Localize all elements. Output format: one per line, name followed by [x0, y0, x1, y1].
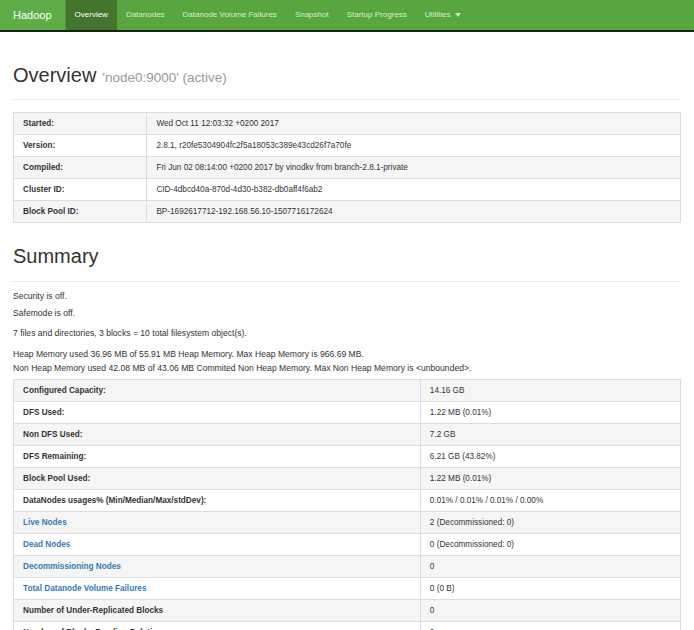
divider: [13, 281, 681, 282]
divider: [13, 99, 681, 100]
row-value: 7.2 GB: [420, 424, 680, 446]
row-value: 1.22 MB (0.01%): [420, 468, 680, 490]
row-label: Block Pool ID:: [14, 201, 147, 223]
chevron-down-icon: [455, 13, 461, 17]
summary-heading: Summary: [13, 245, 681, 267]
row-label: Block Pool Used:: [14, 468, 421, 490]
row-label: Version:: [14, 135, 147, 157]
row-label: Number of Blocks Pending Deletion: [14, 622, 421, 630]
nav-item-snapshot[interactable]: Snapshot: [286, 0, 338, 30]
row-value: 6.21 GB (43.82%): [420, 446, 680, 468]
decommissioning-nodes-link[interactable]: Decommissioning Nodes: [23, 562, 121, 571]
row-value: 0 (0 B): [420, 578, 680, 600]
dead-nodes-link[interactable]: Dead Nodes: [23, 540, 70, 549]
row-label: Started:: [14, 113, 147, 135]
table-row: Non DFS Used:7.2 GB: [14, 424, 681, 446]
navbar-brand[interactable]: Hadoop: [0, 0, 66, 30]
navbar-menu: Overview Datanodes Datanode Volume Failu…: [66, 0, 470, 30]
row-label: Configured Capacity:: [14, 380, 421, 402]
overview-heading: Overview'node0:9000' (active): [13, 64, 681, 89]
security-status: Security is off.: [13, 290, 681, 302]
table-row: Number of Blocks Pending Deletion0: [14, 622, 681, 630]
row-value: 1.22 MB (0.01%): [420, 402, 680, 424]
table-row: Block Pool ID:BP-1692617712-192.168.56.1…: [14, 201, 681, 223]
overview-table: Started:Wed Oct 11 12:03:32 +0200 2017 V…: [13, 112, 681, 223]
table-row: DFS Remaining:6.21 GB (43.82%): [14, 446, 681, 468]
overview-title: Overview: [13, 64, 96, 86]
row-value: 0: [420, 556, 680, 578]
table-row: Version:2.8.1, r20fe5304904fc2f5a18053c3…: [14, 135, 681, 157]
row-value: 0.01% / 0.01% / 0.01% / 0.00%: [420, 490, 680, 512]
filesystem-objects: 7 files and directories, 3 blocks = 10 t…: [13, 327, 681, 339]
table-row: Live Nodes2 (Decommissioned: 0): [14, 512, 681, 534]
row-value: 0: [420, 622, 680, 630]
row-label: DFS Remaining:: [14, 446, 421, 468]
table-row: Cluster ID:CID-4dbcd40a-870d-4d30-b382-d…: [14, 179, 681, 201]
safemode-status: Safemode is off.: [13, 307, 681, 319]
namenode-address: 'node0:9000' (active): [102, 70, 227, 85]
table-row: Compiled:Fri Jun 02 08:14:00 +0200 2017 …: [14, 157, 681, 179]
live-nodes-link[interactable]: Live Nodes: [23, 518, 67, 527]
table-row: Block Pool Used:1.22 MB (0.01%): [14, 468, 681, 490]
table-row: Started:Wed Oct 11 12:03:32 +0200 2017: [14, 113, 681, 135]
row-label: Cluster ID:: [14, 179, 147, 201]
table-row: Dead Nodes0 (Decommissioned: 0): [14, 534, 681, 556]
row-value: CID-4dbcd40a-870d-4d30-b382-db0aff4f6ab2: [147, 179, 681, 201]
row-value: BP-1692617712-192.168.56.10-150771617262…: [147, 201, 681, 223]
row-label: Number of Under-Replicated Blocks: [14, 600, 421, 622]
row-value: 2.8.1, r20fe5304904fc2f5a18053c389e43cd2…: [147, 135, 681, 157]
non-heap-memory: Non Heap Memory used 42.08 MB of 43.06 M…: [13, 362, 681, 374]
summary-table: Configured Capacity:14.16 GB DFS Used:1.…: [13, 379, 681, 630]
main-content: Overview'node0:9000' (active) Started:We…: [0, 64, 694, 630]
total-datanode-volume-failures-link[interactable]: Total Datanode Volume Failures: [23, 584, 146, 593]
row-value: 14.16 GB: [420, 380, 680, 402]
row-label: Non DFS Used:: [14, 424, 421, 446]
row-label: Compiled:: [14, 157, 147, 179]
row-value: 2 (Decommissioned: 0): [420, 512, 680, 534]
nav-item-startup-progress[interactable]: Startup Progress: [338, 0, 416, 30]
table-row: Configured Capacity:14.16 GB: [14, 380, 681, 402]
row-value: 0: [420, 600, 680, 622]
table-row: Decommissioning Nodes0: [14, 556, 681, 578]
top-navbar: Hadoop Overview Datanodes Datanode Volum…: [0, 0, 694, 32]
row-value: Wed Oct 11 12:03:32 +0200 2017: [147, 113, 681, 135]
table-row: DFS Used:1.22 MB (0.01%): [14, 402, 681, 424]
table-row: DataNodes usages% (Min/Median/Max/stdDev…: [14, 490, 681, 512]
nav-item-utilities[interactable]: Utilities: [416, 0, 470, 30]
table-row: Total Datanode Volume Failures0 (0 B): [14, 578, 681, 600]
heap-memory: Heap Memory used 36.96 MB of 55.91 MB He…: [13, 348, 681, 360]
nav-item-datanodes[interactable]: Datanodes: [117, 0, 174, 30]
table-row: Number of Under-Replicated Blocks0: [14, 600, 681, 622]
row-label: DFS Used:: [14, 402, 421, 424]
row-value: Fri Jun 02 08:14:00 +0200 2017 by vinodk…: [147, 157, 681, 179]
row-label: DataNodes usages% (Min/Median/Max/stdDev…: [14, 490, 421, 512]
nav-item-utilities-label: Utilities: [425, 10, 451, 19]
nav-item-overview[interactable]: Overview: [66, 0, 117, 30]
row-value: 0 (Decommissioned: 0): [420, 534, 680, 556]
nav-item-datanode-volume-failures[interactable]: Datanode Volume Failures: [174, 0, 286, 30]
